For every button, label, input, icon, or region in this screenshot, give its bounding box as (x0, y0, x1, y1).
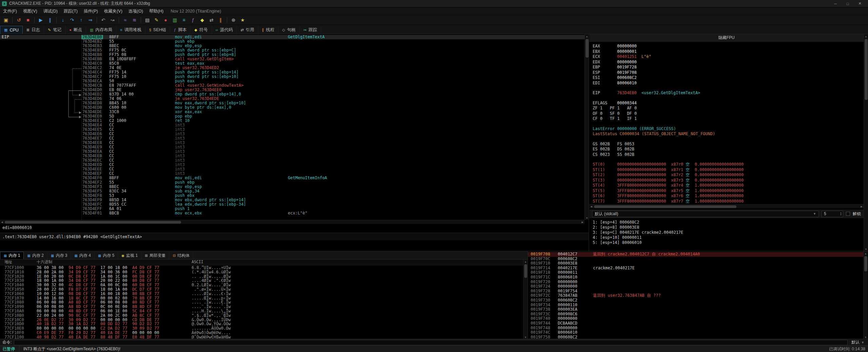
run-icon[interactable]: ▶ (37, 16, 45, 24)
tab-CPU[interactable]: ▦CPU (0, 26, 23, 34)
back-icon[interactable]: ↶ (99, 16, 107, 24)
references-icon[interactable]: ⇄ (207, 16, 216, 24)
tab-脚本[interactable]: ƒ脚本 (170, 26, 191, 34)
open-file-icon[interactable]: ▣ (2, 16, 10, 24)
settings-icon[interactable]: ⊛ (229, 16, 238, 24)
tab-断点[interactable]: ●断点 (65, 26, 86, 34)
registers-vscroll[interactable]: ▲▼ (864, 34, 868, 251)
tab-调用堆栈[interactable]: ≡调用堆栈 (116, 26, 145, 34)
register-ESP[interactable]: ESP0019F708 (593, 70, 863, 76)
stack-row[interactable]: 0019F71C80006010 (528, 275, 863, 280)
restart-icon[interactable]: ↺ (15, 16, 23, 24)
menu-item[interactable]: 选项(O) (125, 7, 146, 15)
menu-item[interactable]: 跟踪(T) (61, 7, 81, 15)
menu-item[interactable]: 插件(P) (81, 7, 101, 15)
stack-row[interactable]: 0019F74C80006010 (528, 330, 863, 335)
stack-row[interactable]: 0019F710000003E8 (528, 261, 863, 266)
step-into-icon[interactable]: ↓ (59, 16, 67, 24)
stack-argument[interactable]: 3: [esp+C] 0040217E crackme2.0040217E (593, 230, 863, 235)
stack-row[interactable]: 0019F7140040217Ecrackme2.0040217E (528, 266, 863, 271)
memory-map-icon[interactable]: ▥ (171, 16, 179, 24)
stack-vscroll[interactable]: ▲▼ (863, 251, 868, 339)
register-ST(5)[interactable]: ST(5)3FFF8000000000000000 x87r5 空 1.0000… (593, 188, 863, 194)
disasm-row[interactable]: 763D4F018BCBmov ecx,ebxecx:L"è" (0, 211, 585, 215)
stack-argument[interactable]: 2: [esp+8] 000003E8 (593, 225, 863, 230)
dump-tab-内存 1[interactable]: ▦内存 1 (0, 252, 24, 259)
maximize-button[interactable]: □ (842, 0, 854, 7)
log-icon[interactable]: ▤ (143, 16, 152, 24)
stack-row[interactable]: 0019F72000000000 (528, 280, 863, 285)
tab-内存布局[interactable]: ▥内存布局 (86, 26, 116, 34)
dump-tab-局部变量[interactable]: ⊞局部变量 (141, 252, 169, 259)
dump-tab-结构体[interactable]: ⊟结构体 (169, 252, 193, 259)
notes-icon[interactable]: ✎ (152, 16, 161, 24)
tab-跟踪[interactable]: ↣跟踪 (300, 26, 321, 34)
args-count-spinner[interactable]: 5▲▼ (822, 211, 843, 217)
register-EBX[interactable]: EBX00000001 (593, 49, 863, 55)
trace-over-icon[interactable]: ≋ (130, 16, 139, 24)
register-ST(3)[interactable]: ST(3)00000000000000000000 x87r3 空 0.0000… (593, 178, 863, 183)
command-input[interactable] (14, 340, 848, 345)
favourites-icon[interactable]: ★ (238, 16, 247, 24)
tab-线程[interactable]: ∥线程 (258, 26, 279, 34)
trace-into-icon[interactable]: ≈ (121, 16, 130, 24)
stack-row[interactable]: 0019F71800000011 (528, 270, 863, 275)
stack-row[interactable]: 0019F730000608C2 (528, 298, 863, 303)
register-EAX[interactable]: EAX00000000 (593, 44, 863, 49)
script-icon[interactable]: ƒ (189, 16, 197, 24)
unlock-checkbox[interactable] (846, 212, 850, 216)
threads-icon[interactable]: ∥ (216, 16, 225, 24)
stack-row[interactable]: 0019F744DCBAABCD (528, 321, 863, 326)
dump-tab-内存 4[interactable]: ▦内存 4 (71, 252, 94, 259)
dump-tab-内存 3[interactable]: ▦内存 3 (47, 252, 71, 259)
register-ECX[interactable]: ECX00401251L"è" (593, 54, 863, 60)
tab-句柄[interactable]: ◇句柄 (278, 26, 299, 34)
stack-row[interactable]: 0019F70C000608C2 (528, 257, 863, 262)
run-to-user-code-icon[interactable]: ⇒ (86, 16, 95, 24)
stack-row[interactable]: 0019F73400000110 (528, 303, 863, 308)
register-ST(4)[interactable]: ST(4)3FFF8000000000000000 x87r4 空 1.0000… (593, 183, 863, 188)
stack-row[interactable]: 0019F708004012C7返回到 crackme2.004012C7 自 … (528, 252, 863, 257)
stack-argument[interactable]: 5: [esp+14] 80006010 (593, 240, 863, 245)
memory-row[interactable]: 77CF110040 98 D2 77 40 EA DE 77 80 48 DF… (0, 335, 523, 339)
menu-item[interactable]: 收藏夹(V) (101, 7, 125, 15)
minimize-button[interactable]: ─ (829, 0, 842, 7)
register-EFLAGS[interactable]: EFLAGS00000344 (593, 101, 863, 106)
stop-icon[interactable]: ■ (24, 16, 32, 24)
stack-row[interactable]: 0019F750000608C2 (528, 335, 863, 339)
menu-item[interactable]: 视图(V) (20, 7, 40, 15)
tab-SEH链[interactable]: §SEH链 (145, 26, 170, 34)
pause-icon[interactable]: ∥ (46, 16, 54, 24)
tab-日志[interactable]: ≣日志 (23, 26, 44, 34)
tab-引用[interactable]: ⇄引用 (237, 26, 258, 34)
stack-row[interactable]: 0019F738000003EA (528, 307, 863, 312)
dump-tab-监视 1[interactable]: ◉监视 1 (118, 252, 141, 259)
stack-argument[interactable]: 4: [esp+10] 00000011 (593, 235, 863, 240)
register-ST(2)[interactable]: ST(2)00000000000000000000 x87r2 空 0.0000… (593, 172, 863, 178)
stack-row[interactable]: 0019F72400000000 (528, 284, 863, 289)
registers-hscroll[interactable]: ◀▶ (589, 204, 864, 208)
stack-argument[interactable]: 1: [esp+4] 000608C2 (593, 220, 863, 225)
register-ESI[interactable]: ESI000608C2 (593, 75, 863, 81)
tab-笔记[interactable]: ✎笔记 (44, 26, 65, 34)
step-out-icon[interactable]: ↑ (77, 16, 85, 24)
breakpoints-icon[interactable]: ● (161, 16, 170, 24)
stack-row[interactable]: 0019F72C763847AB返回到 user32.763847AB 自 ??… (528, 293, 863, 298)
forward-icon[interactable]: ↝ (108, 16, 117, 24)
step-over-icon[interactable]: ↷ (68, 16, 76, 24)
stack-row[interactable]: 0019F74000000000 (528, 316, 863, 321)
stack-row[interactable]: 0019F74800000000 (528, 326, 863, 331)
calling-convention-select[interactable]: 默认 (stdcall)▼ (592, 211, 819, 217)
close-button[interactable]: ✕ (854, 0, 866, 7)
register-EDX[interactable]: EDX00000000 (593, 60, 863, 65)
dump-vscroll[interactable]: ▲▼ (523, 260, 528, 339)
menu-item[interactable]: 文件(F) (0, 7, 20, 15)
register-ST(6)[interactable]: ST(6)3FFF8000000000000000 x87r6 空 1.0000… (593, 193, 863, 199)
menu-item[interactable]: 帮助(H) (146, 7, 166, 15)
tab-符号[interactable]: ◆符号 (191, 26, 212, 34)
dump-tab-内存 5[interactable]: ▦内存 5 (95, 252, 118, 259)
register-EDI[interactable]: EDI80006010 (593, 81, 863, 86)
symbols-icon[interactable]: ◆ (198, 16, 206, 24)
register-EBP[interactable]: EBP0019F728 (593, 65, 863, 70)
stack-row[interactable]: 0019F7280019F754 (528, 289, 863, 294)
